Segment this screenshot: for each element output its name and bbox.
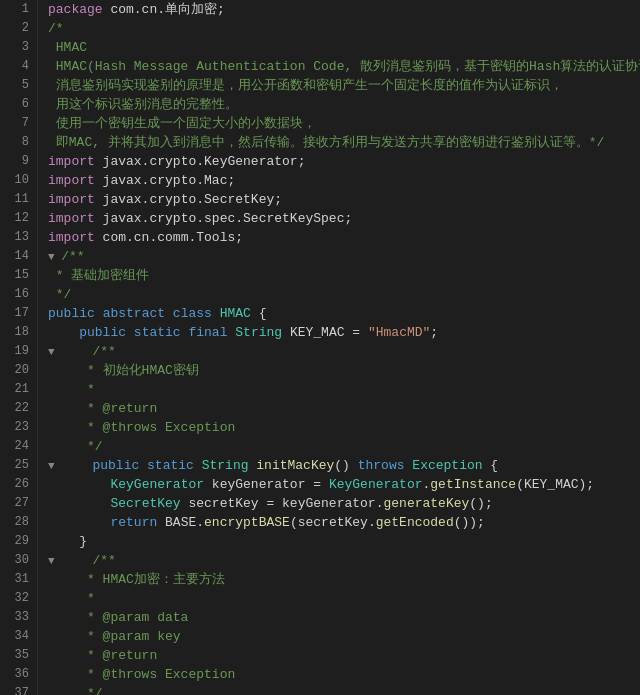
- code-editor: 1234567891011121314151617181920212223242…: [0, 0, 640, 695]
- code-line: import com.cn.comm.Tools;: [48, 228, 640, 247]
- line-number: 18: [4, 323, 29, 342]
- code-line: * @return: [48, 399, 640, 418]
- token-plain: {: [483, 458, 499, 473]
- token-cls: String: [235, 325, 282, 340]
- token-fn: getEncoded: [376, 515, 454, 530]
- code-line: HMAC: [48, 38, 640, 57]
- token-fn: getInstance: [430, 477, 516, 492]
- code-line: ▼ /**: [48, 342, 640, 361]
- code-line: * @param key: [48, 627, 640, 646]
- line-number: 2: [4, 19, 29, 38]
- token-plain: [48, 496, 110, 511]
- code-line: * @throws Exception: [48, 418, 640, 437]
- token-plain: {: [251, 306, 267, 321]
- line-number: 12: [4, 209, 29, 228]
- token-plain: [165, 306, 173, 321]
- line-number: 16: [4, 285, 29, 304]
- token-cls: KeyGenerator: [110, 477, 204, 492]
- token-cls: Exception: [412, 458, 482, 473]
- code-line: * @param data: [48, 608, 640, 627]
- token-cmt: HMAC(Hash Message Authentication Code, 散…: [48, 59, 640, 74]
- token-kw: throws: [358, 458, 405, 473]
- token-plain: javax.crypto.spec.SecretKeySpec;: [95, 211, 352, 226]
- token-cls: KeyGenerator: [329, 477, 423, 492]
- code-line: }: [48, 532, 640, 551]
- token-kw2: package: [48, 2, 103, 17]
- token-cmt: 即MAC, 并将其加入到消息中，然后传输。接收方利用与发送方共享的密钥进行鉴别认…: [48, 135, 604, 150]
- code-line: import javax.crypto.KeyGenerator;: [48, 152, 640, 171]
- token-cmt: */: [48, 439, 103, 454]
- token-cmt: * 初始化HMAC密钥: [48, 363, 199, 378]
- token-kw: public: [48, 306, 95, 321]
- code-line: * @return: [48, 646, 640, 665]
- code-line: return BASE.encryptBASE(secretKey.getEnc…: [48, 513, 640, 532]
- line-number: 6: [4, 95, 29, 114]
- line-number: 32: [4, 589, 29, 608]
- token-str: "HmacMD": [368, 325, 430, 340]
- code-line: import javax.crypto.Mac;: [48, 171, 640, 190]
- token-kw2: import: [48, 230, 95, 245]
- token-cmt: /**: [92, 344, 115, 359]
- token-plain: ());: [454, 515, 485, 530]
- token-plain: (secretKey.: [290, 515, 376, 530]
- token-kw: final: [188, 325, 227, 340]
- line-number: 22: [4, 399, 29, 418]
- token-kw: static: [134, 325, 181, 340]
- code-line: ▼ /**: [48, 247, 640, 266]
- code-line: /*: [48, 19, 640, 38]
- token-kw: abstract: [103, 306, 165, 321]
- token-plain: ();: [469, 496, 492, 511]
- line-number: 26: [4, 475, 29, 494]
- token-plain: (KEY_MAC);: [516, 477, 594, 492]
- token-cmt: * @param key: [48, 629, 181, 644]
- line-number: 3: [4, 38, 29, 57]
- code-line: public static final String KEY_MAC = "Hm…: [48, 323, 640, 342]
- code-content[interactable]: package com.cn.单向加密;/* HMAC HMAC(Hash Me…: [38, 0, 640, 695]
- code-line: 消息鉴别码实现鉴别的原理是，用公开函数和密钥产生一个固定长度的值作为认证标识，: [48, 76, 640, 95]
- line-number: 24: [4, 437, 29, 456]
- token-cmt: HMAC: [48, 40, 87, 55]
- token-cmt: 使用一个密钥生成一个固定大小的小数据块，: [48, 116, 316, 131]
- token-plain: [61, 458, 92, 473]
- token-cmt: */: [48, 287, 71, 302]
- code-line: *: [48, 589, 640, 608]
- token-kw: static: [147, 458, 194, 473]
- line-number: 8: [4, 133, 29, 152]
- token-cmt: * HMAC加密：主要方法: [48, 572, 225, 587]
- line-number: 27: [4, 494, 29, 513]
- token-cls: HMAC: [220, 306, 251, 321]
- line-number: 34: [4, 627, 29, 646]
- token-plain: (): [334, 458, 357, 473]
- token-plain: ;: [430, 325, 438, 340]
- line-number: 15: [4, 266, 29, 285]
- token-kw: public: [92, 458, 139, 473]
- token-plain: [194, 458, 202, 473]
- code-line: 即MAC, 并将其加入到消息中，然后传输。接收方利用与发送方共享的密钥进行鉴别认…: [48, 133, 640, 152]
- code-line: 使用一个密钥生成一个固定大小的小数据块，: [48, 114, 640, 133]
- code-line: *: [48, 380, 640, 399]
- token-plain: keyGenerator =: [204, 477, 329, 492]
- token-plain: [48, 325, 79, 340]
- code-line: * 初始化HMAC密钥: [48, 361, 640, 380]
- code-line: import javax.crypto.spec.SecretKeySpec;: [48, 209, 640, 228]
- code-line: * HMAC加密：主要方法: [48, 570, 640, 589]
- line-number: 23: [4, 418, 29, 437]
- fold-icon[interactable]: ▼: [48, 251, 61, 263]
- line-number: 30: [4, 551, 29, 570]
- token-plain: javax.crypto.SecretKey;: [95, 192, 282, 207]
- code-line: SecretKey secretKey = keyGenerator.gener…: [48, 494, 640, 513]
- token-plain: [95, 306, 103, 321]
- token-fn: encryptBASE: [204, 515, 290, 530]
- fold-icon[interactable]: ▼: [48, 555, 61, 567]
- line-number: 35: [4, 646, 29, 665]
- token-cmt: 消息鉴别码实现鉴别的原理是，用公开函数和密钥产生一个固定长度的值作为认证标识，: [48, 78, 563, 93]
- code-line: public abstract class HMAC {: [48, 304, 640, 323]
- code-line: * @throws Exception: [48, 665, 640, 684]
- line-number: 4: [4, 57, 29, 76]
- fold-icon[interactable]: ▼: [48, 460, 61, 472]
- fold-icon[interactable]: ▼: [48, 346, 61, 358]
- line-number: 9: [4, 152, 29, 171]
- code-line: * 基础加密组件: [48, 266, 640, 285]
- token-plain: }: [48, 534, 87, 549]
- token-plain: [48, 515, 110, 530]
